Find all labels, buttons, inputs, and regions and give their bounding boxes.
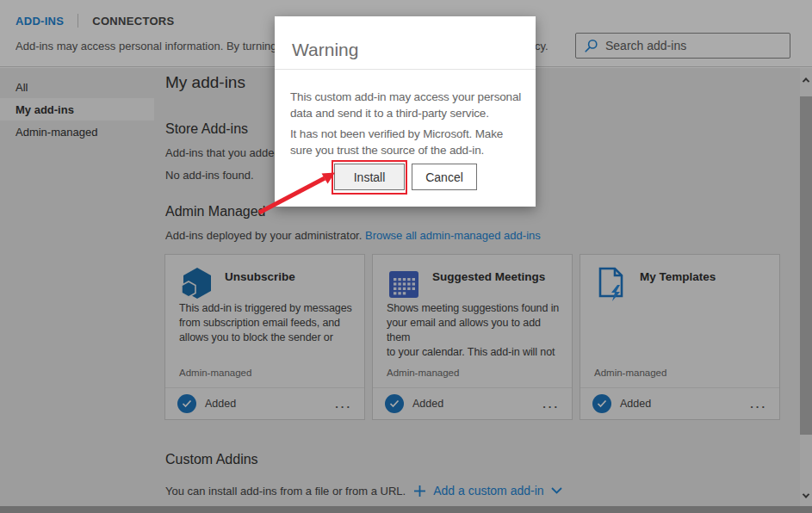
cancel-button[interactable]: Cancel [412, 164, 477, 190]
dialog-title: Warning [292, 40, 358, 60]
dialog-paragraph-1: This custom add-in may access your perso… [290, 89, 530, 121]
dialog-divider [275, 69, 536, 70]
dialog-paragraph-2: It has not been verified by Microsoft. M… [290, 126, 530, 158]
add-ins-window: ADD-INS CONNECTORS Add-ins may access pe… [0, 0, 812, 513]
install-button[interactable]: Install [334, 164, 405, 190]
warning-dialog: Warning This custom add-in may access yo… [275, 16, 536, 207]
